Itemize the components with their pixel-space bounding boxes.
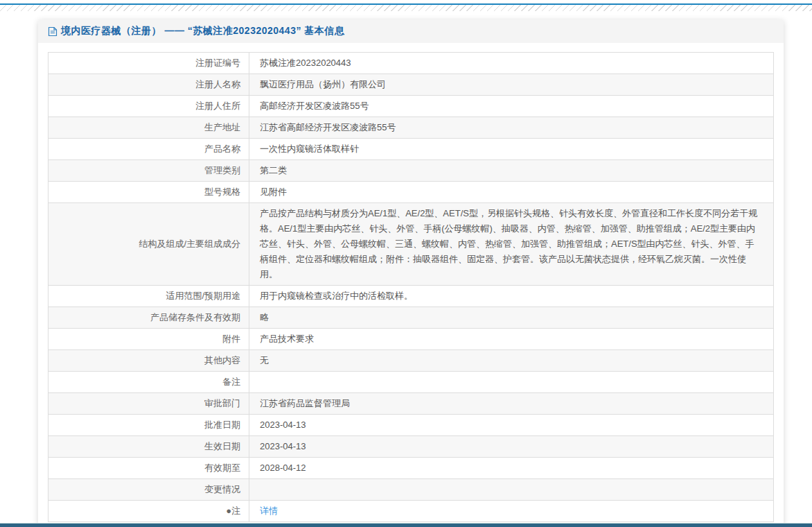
table-row: 产品储存条件及有效期 略 xyxy=(48,307,774,329)
info-table-body: 注册证编号 苏械注准20232020443 注册人名称 飘迈医疗用品（扬州）有限… xyxy=(48,53,774,522)
row-value xyxy=(249,479,774,501)
row-label: 批准日期 xyxy=(48,415,249,436)
table-row: 生效日期 2023-04-13 xyxy=(48,436,774,458)
table-row: 适用范围/预期用途 用于内窥镜检查或治疗中的活检取样。 xyxy=(48,286,774,307)
row-value: 2023-04-13 xyxy=(249,415,774,436)
info-table: 注册证编号 苏械注准20232020443 注册人名称 飘迈医疗用品（扬州）有限… xyxy=(48,52,774,522)
row-label: 其他内容 xyxy=(48,350,249,372)
row-label: 有效期至 xyxy=(48,458,249,479)
table-row: 型号规格 见附件 xyxy=(48,182,774,203)
table-row: 生产地址 江苏省高邮经济开发区凌波路55号 xyxy=(48,117,774,139)
row-label: ●注 xyxy=(48,501,249,522)
table-row: 变更情况 xyxy=(48,479,774,501)
row-value: 略 xyxy=(249,307,774,329)
row-label: 产品名称 xyxy=(48,139,249,160)
row-label: 注册证编号 xyxy=(48,53,249,74)
row-value: 见附件 xyxy=(249,182,774,203)
table-row: 审批部门 江苏省药品监督管理局 xyxy=(48,393,774,415)
row-label: 变更情况 xyxy=(48,479,249,501)
row-label: 注册人名称 xyxy=(48,74,249,96)
row-label: 适用范围/预期用途 xyxy=(48,286,249,307)
table-row: 有效期至 2028-04-12 xyxy=(48,458,774,479)
table-row: 其他内容 无 xyxy=(48,350,774,372)
row-value xyxy=(249,372,774,393)
table-row: 备注 xyxy=(48,372,774,393)
table-row: 附件 产品技术要求 xyxy=(48,329,774,350)
table-row: 管理类别 第二类 xyxy=(48,160,774,182)
bottom-bar xyxy=(0,523,812,527)
row-label: 生效日期 xyxy=(48,436,249,458)
table-row: 注册人住所 高邮经济开发区凌波路55号 xyxy=(48,96,774,117)
row-value: 第二类 xyxy=(249,160,774,182)
hatch-pattern-band xyxy=(0,5,812,11)
row-value: 无 xyxy=(249,350,774,372)
table-row: 注册人名称 飘迈医疗用品（扬州）有限公司 xyxy=(48,74,774,96)
page-title: 境内医疗器械（注册） —— “苏械注准20232020443” 基本信息 xyxy=(61,25,344,37)
table-row: 产品名称 一次性内窥镜活体取样针 xyxy=(48,139,774,160)
row-value: 高邮经济开发区凌波路55号 xyxy=(249,96,774,117)
row-value: 详情 xyxy=(249,501,774,522)
row-label: 管理类别 xyxy=(48,160,249,182)
document-icon xyxy=(48,26,58,37)
table-row: 注册证编号 苏械注准20232020443 xyxy=(48,53,774,74)
row-value: 苏械注准20232020443 xyxy=(249,53,774,74)
table-row: ●注 详情 xyxy=(48,501,774,522)
row-value: 一次性内窥镜活体取样针 xyxy=(249,139,774,160)
details-link[interactable]: 详情 xyxy=(260,506,278,516)
row-label: 产品储存条件及有效期 xyxy=(48,307,249,329)
row-label: 审批部门 xyxy=(48,393,249,415)
table-row: 批准日期 2023-04-13 xyxy=(48,415,774,436)
row-value: 飘迈医疗用品（扬州）有限公司 xyxy=(249,74,774,96)
row-value: 2028-04-12 xyxy=(249,458,774,479)
registration-info-card: 境内医疗器械（注册） —— “苏械注准20232020443” 基本信息 注册证… xyxy=(38,19,784,527)
row-value: 产品按产品结构与材质分为AE/1型、AE/2型、AET/S型，另根据针头规格、针… xyxy=(249,203,774,286)
row-label: 注册人住所 xyxy=(48,96,249,117)
row-label: 型号规格 xyxy=(48,182,249,203)
row-value: 江苏省药品监督管理局 xyxy=(249,393,774,415)
table-row: 结构及组成/主要组成成分 产品按产品结构与材质分为AE/1型、AE/2型、AET… xyxy=(48,203,774,286)
row-label: 附件 xyxy=(48,329,249,350)
row-label: 备注 xyxy=(48,372,249,393)
row-value: 用于内窥镜检查或治疗中的活检取样。 xyxy=(249,286,774,307)
row-label: 结构及组成/主要组成成分 xyxy=(48,203,249,286)
row-value: 江苏省高邮经济开发区凌波路55号 xyxy=(249,117,774,139)
card-header: 境内医疗器械（注册） —— “苏械注准20232020443” 基本信息 xyxy=(38,19,784,43)
row-label: 生产地址 xyxy=(48,117,249,139)
table-wrapper: 注册证编号 苏械注准20232020443 注册人名称 飘迈医疗用品（扬州）有限… xyxy=(38,43,784,522)
row-value: 产品技术要求 xyxy=(249,329,774,350)
row-value: 2023-04-13 xyxy=(249,436,774,458)
